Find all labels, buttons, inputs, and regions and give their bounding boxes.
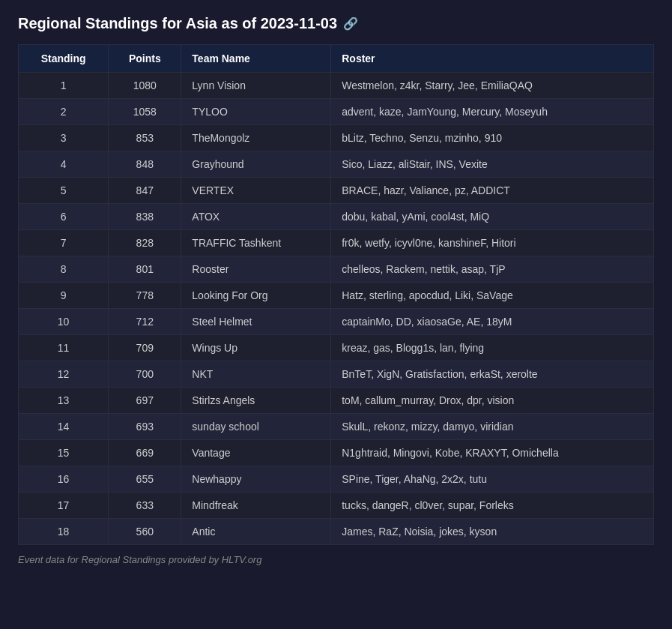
cell-points: 801 (109, 256, 181, 283)
header-row: Standing Points Team Name Roster (19, 45, 654, 73)
cell-standing: 10 (19, 309, 109, 335)
cell-team: sunday school (181, 414, 331, 440)
permalink-icon[interactable]: 🔗 (343, 16, 358, 31)
cell-team: Vantage (181, 440, 331, 466)
col-points: Points (109, 45, 181, 73)
cell-team: Wings Up (181, 335, 331, 361)
table-row: 4848GrayhoundSico, Liazz, aliStair, INS,… (19, 151, 654, 178)
table-row: 6838ATOXdobu, kabal, yAmi, cool4st, MiQ (19, 204, 654, 230)
cell-points: 560 (109, 519, 181, 545)
cell-team: Newhappy (181, 466, 331, 493)
cell-standing: 15 (19, 440, 109, 466)
cell-roster: SPine, Tiger, AhaNg, 2x2x, tutu (331, 466, 654, 493)
table-row: 21058TYLOOadvent, kaze, JamYoung, Mercur… (19, 99, 654, 125)
cell-roster: advent, kaze, JamYoung, Mercury, Moseyuh (331, 99, 654, 125)
cell-team: Looking For Org (181, 283, 331, 309)
col-roster: Roster (331, 45, 654, 73)
cell-points: 838 (109, 204, 181, 230)
page-container: Regional Standings for Asia as of 2023-1… (18, 15, 654, 565)
cell-points: 669 (109, 440, 181, 466)
table-row: 12700NKTBnTeT, XigN, Gratisfaction, erka… (19, 361, 654, 388)
table-row: 10712Steel HelmetcaptainMo, DD, xiaosaGe… (19, 309, 654, 335)
cell-standing: 7 (19, 230, 109, 256)
cell-points: 697 (109, 388, 181, 414)
standings-table: Standing Points Team Name Roster 11080Ly… (18, 44, 654, 545)
cell-roster: SkulL, rekonz, mizzy, damyo, viridian (331, 414, 654, 440)
table-row: 8801Roosterchelleos, Rackem, nettik, asa… (19, 256, 654, 283)
cell-team: Antic (181, 519, 331, 545)
cell-roster: BnTeT, XigN, Gratisfaction, erkaSt, xero… (331, 361, 654, 388)
cell-roster: Sico, Liazz, aliStair, INS, Vexite (331, 151, 654, 178)
table-row: 16655NewhappySPine, Tiger, AhaNg, 2x2x, … (19, 466, 654, 493)
cell-points: 693 (109, 414, 181, 440)
table-row: 15669VantageN1ghtraid, Mingovi, Kobe, KR… (19, 440, 654, 466)
cell-roster: chelleos, Rackem, nettik, asap, TjP (331, 256, 654, 283)
cell-standing: 12 (19, 361, 109, 388)
cell-team: TYLOO (181, 99, 331, 125)
cell-points: 633 (109, 493, 181, 519)
col-team-name: Team Name (181, 45, 331, 73)
table-row: 11709Wings Upkreaz, gas, Blogg1s, lan, f… (19, 335, 654, 361)
cell-standing: 16 (19, 466, 109, 493)
cell-roster: Westmelon, z4kr, Starry, Jee, EmiliaQAQ (331, 73, 654, 99)
cell-team: Mindfreak (181, 493, 331, 519)
cell-standing: 3 (19, 125, 109, 151)
cell-roster: bLitz, Techno, Senzu, mzinho, 910 (331, 125, 654, 151)
cell-points: 848 (109, 151, 181, 178)
col-standing: Standing (19, 45, 109, 73)
cell-team: Steel Helmet (181, 309, 331, 335)
cell-points: 853 (109, 125, 181, 151)
cell-standing: 18 (19, 519, 109, 545)
cell-roster: James, RaZ, Noisia, jokes, kyson (331, 519, 654, 545)
cell-team: TheMongolz (181, 125, 331, 151)
cell-points: 709 (109, 335, 181, 361)
cell-points: 828 (109, 230, 181, 256)
cell-roster: dobu, kabal, yAmi, cool4st, MiQ (331, 204, 654, 230)
cell-standing: 2 (19, 99, 109, 125)
cell-roster: fr0k, wetfy, icyvl0ne, kanshineF, Hitori (331, 230, 654, 256)
cell-roster: tucks, dangeR, cl0ver, supar, Forleks (331, 493, 654, 519)
cell-standing: 1 (19, 73, 109, 99)
cell-team: ATOX (181, 204, 331, 230)
cell-team: Rooster (181, 256, 331, 283)
cell-roster: toM, callum_murray, Drox, dpr, vision (331, 388, 654, 414)
cell-standing: 5 (19, 178, 109, 204)
cell-roster: Hatz, sterling, apocdud, Liki, SaVage (331, 283, 654, 309)
cell-points: 1058 (109, 99, 181, 125)
cell-standing: 17 (19, 493, 109, 519)
cell-roster: kreaz, gas, Blogg1s, lan, flying (331, 335, 654, 361)
cell-points: 655 (109, 466, 181, 493)
cell-roster: captainMo, DD, xiaosaGe, AE, 18yM (331, 309, 654, 335)
cell-team: Grayhound (181, 151, 331, 178)
cell-standing: 13 (19, 388, 109, 414)
cell-standing: 11 (19, 335, 109, 361)
table-row: 17633Mindfreaktucks, dangeR, cl0ver, sup… (19, 493, 654, 519)
cell-standing: 9 (19, 283, 109, 309)
table-row: 5847VERTEXBRACE, hazr, Valiance, pz, ADD… (19, 178, 654, 204)
table-body: 11080Lynn VisionWestmelon, z4kr, Starry,… (19, 73, 654, 545)
cell-team: Lynn Vision (181, 73, 331, 99)
table-row: 18560AnticJames, RaZ, Noisia, jokes, kys… (19, 519, 654, 545)
cell-points: 1080 (109, 73, 181, 99)
cell-team: NKT (181, 361, 331, 388)
cell-standing: 8 (19, 256, 109, 283)
cell-points: 700 (109, 361, 181, 388)
table-row: 14693sunday schoolSkulL, rekonz, mizzy, … (19, 414, 654, 440)
table-row: 13697Stirlzs AngelstoM, callum_murray, D… (19, 388, 654, 414)
cell-team: TRAFFIC Tashkent (181, 230, 331, 256)
cell-points: 712 (109, 309, 181, 335)
footnote: Event data for Regional Standings provid… (18, 554, 654, 565)
cell-team: Stirlzs Angels (181, 388, 331, 414)
cell-standing: 4 (19, 151, 109, 178)
table-row: 7828TRAFFIC Tashkentfr0k, wetfy, icyvl0n… (19, 230, 654, 256)
table-row: 3853TheMongolzbLitz, Techno, Senzu, mzin… (19, 125, 654, 151)
page-title: Regional Standings for Asia as of 2023-1… (18, 15, 654, 32)
cell-roster: N1ghtraid, Mingovi, Kobe, KRAXYT, Omiche… (331, 440, 654, 466)
table-header: Standing Points Team Name Roster (19, 45, 654, 73)
cell-points: 778 (109, 283, 181, 309)
cell-roster: BRACE, hazr, Valiance, pz, ADDICT (331, 178, 654, 204)
table-row: 9778Looking For OrgHatz, sterling, apocd… (19, 283, 654, 309)
table-row: 11080Lynn VisionWestmelon, z4kr, Starry,… (19, 73, 654, 99)
cell-points: 847 (109, 178, 181, 204)
cell-standing: 14 (19, 414, 109, 440)
